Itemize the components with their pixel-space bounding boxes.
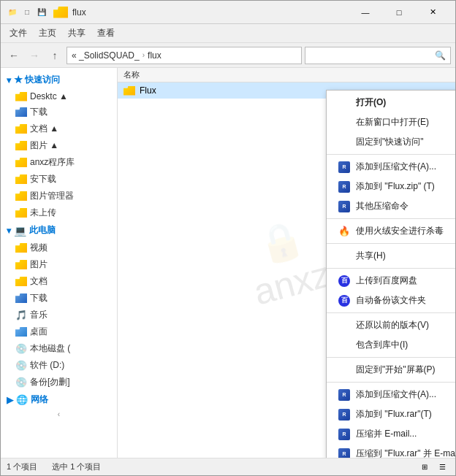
- ctx-open-icon: [338, 97, 350, 109]
- explorer-window: 📁 □ 💾 flux — □ ✕ 文件 主页 共享 查看 ← → ↑ « _So…: [0, 0, 456, 476]
- sidebar-item-pc-downloads[interactable]: 下载: [1, 290, 117, 307]
- sidebar-item-pc-pictures[interactable]: 图片: [1, 256, 117, 273]
- ctx-winrar6-icon: R: [338, 429, 350, 440]
- sidebar-item-disk-d[interactable]: 💿 软件 (D:): [1, 357, 117, 374]
- network-header[interactable]: ▶ 🌐 网络: [1, 391, 117, 409]
- sidebar-item-videos[interactable]: 视频: [1, 239, 117, 256]
- ctx-add-zip2-label: 添加到压缩文件(A)...: [356, 388, 436, 401]
- search-input[interactable]: [310, 50, 435, 61]
- up-button[interactable]: ↑: [46, 47, 64, 64]
- sidebar-item-local-disk[interactable]: 💿 本地磁盘 (: [1, 340, 117, 357]
- sidebar-item-label: 安下载: [30, 173, 56, 185]
- sidebar-item-label: 视频: [30, 242, 48, 254]
- ctx-winrar2-icon: R: [338, 181, 350, 193]
- ctx-combine-email[interactable]: R 压缩并 E-mail...: [327, 424, 455, 444]
- ctx-compress-rar-email[interactable]: R 压缩到 "Flux.rar" 并 E-mail: [327, 444, 455, 458]
- ctx-share[interactable]: 共享(H) ›: [327, 246, 455, 266]
- this-pc-header[interactable]: ▾ 💻 此电脑: [1, 221, 117, 239]
- forward-button[interactable]: →: [26, 47, 43, 64]
- folder-blue-icon: [15, 327, 27, 337]
- sidebar-item-pc-docs[interactable]: 文档: [1, 273, 117, 290]
- ctx-other-compress[interactable]: R 其他压缩命令 ›: [327, 196, 455, 216]
- selected-count: 选中 1 个项目: [52, 461, 101, 472]
- watermark-icon: 🔒: [254, 216, 308, 269]
- menu-share[interactable]: 共享: [62, 25, 91, 42]
- sidebar-item-label: 未上传: [30, 207, 56, 219]
- menu-home[interactable]: 主页: [33, 25, 62, 42]
- ctx-sep3: [327, 243, 455, 244]
- ctx-new-window-icon: [338, 117, 350, 128]
- ctx-fire-scan[interactable]: 🔥 使用火绒安全进行杀毒: [327, 221, 455, 241]
- ctx-winrar-icon: R: [338, 161, 350, 173]
- folder-icon: [15, 92, 27, 101]
- window-controls: — □ ✕: [349, 1, 449, 24]
- nav-bar: ← → ↑ « _SolidSQUAD_ › flux 🔍: [1, 43, 455, 68]
- folder-icon: [15, 141, 27, 150]
- ctx-open-label: 打开(O): [356, 96, 386, 109]
- this-pc-label: 此电脑: [29, 224, 56, 237]
- sidebar-item-label: Desktc ▲: [30, 91, 68, 101]
- close-button[interactable]: ✕: [416, 1, 449, 24]
- sidebar-item-pictures[interactable]: 图片 ▲: [1, 137, 117, 154]
- back-button[interactable]: ←: [5, 47, 23, 64]
- ctx-baidu-backup[interactable]: 百 自动备份该文件夹: [327, 291, 455, 310]
- sidebar-item-download[interactable]: 下载: [1, 104, 117, 120]
- content-area: ▾ ★ 快速访问 Desktc ▲ 下载 文档 ▲ 图片 ▲ anxz程: [1, 68, 455, 458]
- sidebar-item-applib[interactable]: anxz程序库: [1, 154, 117, 171]
- folder-icon: [15, 158, 27, 167]
- ctx-open[interactable]: 打开(O): [327, 93, 455, 112]
- menu-view[interactable]: 查看: [91, 25, 121, 42]
- sidebar-item-label: 文档: [30, 275, 48, 288]
- sidebar-item-desktop[interactable]: Desktc ▲: [1, 89, 117, 104]
- left-panel: ▾ ★ 快速访问 Desktc ▲ 下载 文档 ▲ 图片 ▲ anxz程: [1, 68, 118, 458]
- ctx-add-flux-rar[interactable]: R 添加到 "Flux.rar"(T): [327, 404, 455, 424]
- search-icon: 🔍: [435, 50, 446, 61]
- sidebar-item-install[interactable]: 安下载: [1, 171, 117, 188]
- menu-file[interactable]: 文件: [4, 25, 33, 42]
- minimize-button[interactable]: —: [349, 1, 382, 24]
- new-icon: □: [21, 7, 33, 18]
- sidebar-item-label: 下载: [30, 106, 48, 118]
- disk-icon: 💿: [15, 343, 27, 354]
- sidebar-item-picmanager[interactable]: 图片管理器: [1, 188, 117, 204]
- ctx-open-new-window-label: 在新窗口中打开(E): [356, 116, 429, 128]
- ctx-add-flux-zip[interactable]: R 添加到 "Flux.zip" (T): [327, 177, 455, 196]
- ctx-fire-icon: 🔥: [338, 226, 350, 237]
- sidebar-item-music[interactable]: 🎵 音乐: [1, 307, 117, 323]
- ctx-pin-quick[interactable]: 固定到"快速访问": [327, 132, 455, 152]
- ctx-open-new-window[interactable]: 在新窗口中打开(E): [327, 112, 455, 132]
- ctx-sep7: [327, 382, 455, 383]
- folder-icon: [123, 86, 135, 96]
- ctx-restore-ver[interactable]: 还原以前的版本(V): [327, 315, 455, 335]
- file-list-header: 名称: [118, 68, 455, 82]
- maximize-button[interactable]: □: [382, 1, 416, 24]
- grid-view-button[interactable]: ⊞: [417, 461, 432, 474]
- ctx-add-zip2[interactable]: R 添加到压缩文件(A)...: [327, 385, 455, 404]
- ctx-winrar5-icon: R: [338, 409, 350, 421]
- ctx-other-compress-label: 其他压缩命令: [356, 200, 408, 212]
- address-bar[interactable]: « _SolidSQUAD_ › flux: [66, 47, 302, 64]
- address-part1: « _SolidSQUAD_: [72, 50, 140, 61]
- ctx-fire-scan-label: 使用火绒安全进行杀毒: [356, 225, 444, 237]
- ctx-sep5: [327, 312, 455, 313]
- ctx-baidu-upload[interactable]: 百 上传到百度网盘: [327, 271, 455, 291]
- ctx-include-lib[interactable]: 包含到库中(I) ›: [327, 335, 455, 355]
- status-bar: 1 个项目 选中 1 个项目 ⊞ ☰: [1, 458, 455, 475]
- sidebar-item-desktop2[interactable]: 桌面: [1, 323, 117, 340]
- sidebar-item-notuploaded[interactable]: 未上传: [1, 204, 117, 221]
- sidebar-item-docs[interactable]: 文档 ▲: [1, 120, 117, 137]
- folder-icon: [15, 124, 27, 134]
- pc-icon: 💻: [14, 225, 26, 237]
- list-view-button[interactable]: ☰: [435, 461, 449, 474]
- sidebar-item-label: 图片 ▲: [30, 139, 58, 152]
- disk-icon: 💿: [15, 360, 27, 371]
- quick-access-header[interactable]: ▾ ★ 快速访问: [1, 71, 117, 89]
- ctx-add-zip[interactable]: R 添加到压缩文件(A)...: [327, 157, 455, 177]
- ctx-pin-start[interactable]: 固定到"开始"屏幕(P): [327, 360, 455, 380]
- folder-icon: [15, 260, 27, 269]
- ctx-winrar3-icon: R: [338, 201, 350, 212]
- folder-icon: [15, 208, 27, 218]
- sidebar-item-backup[interactable]: 💿 备份[勿删]: [1, 374, 117, 391]
- quick-access-arrow: ▾: [7, 75, 11, 85]
- watermark: 🔒 anxz: [238, 212, 335, 313]
